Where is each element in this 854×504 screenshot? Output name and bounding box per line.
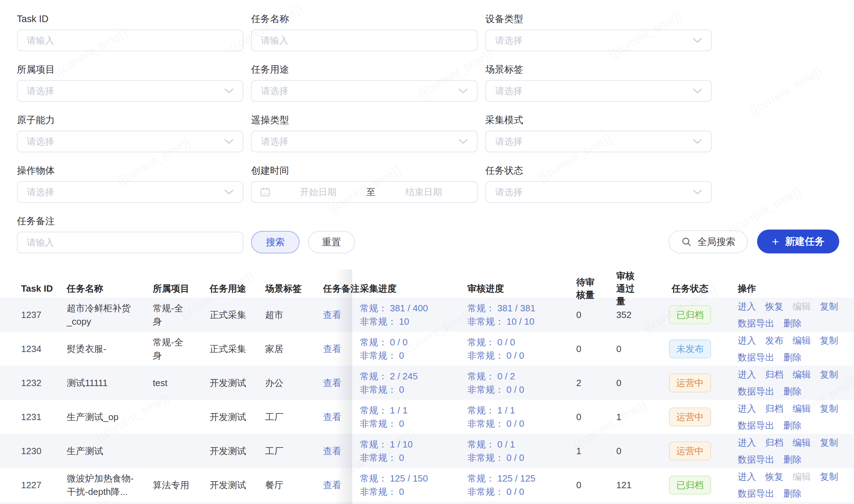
view-remark-link[interactable]: 查看 — [323, 412, 341, 422]
collect-mode-label: 采集模式 — [485, 114, 712, 126]
col-purpose: 任务用途 — [210, 282, 265, 295]
status-badge: 已归档 — [669, 305, 711, 324]
action-delete[interactable]: 删除 — [783, 487, 802, 500]
action-delete[interactable]: 删除 — [783, 351, 802, 364]
col-status: 任务状态 — [663, 282, 732, 295]
action-edit[interactable]: 编辑 — [793, 402, 811, 415]
chevron-down-icon — [459, 88, 468, 94]
view-remark-link[interactable]: 查看 — [323, 480, 341, 490]
chevron-down-icon — [693, 190, 702, 195]
action-edit[interactable]: 编辑 — [793, 334, 811, 347]
purpose-select[interactable]: 请选择 — [251, 80, 478, 102]
action-delete[interactable]: 删除 — [783, 317, 802, 330]
field-remark: 任务备注 — [17, 215, 243, 253]
action-enter[interactable]: 进入 — [738, 300, 756, 313]
collect-regular: 常规： 0 / 0 — [360, 336, 467, 349]
cell-approved-count: 0 — [612, 342, 663, 356]
atomic-ability-select[interactable]: 请选择 — [17, 131, 243, 152]
view-remark-link[interactable]: 查看 — [323, 378, 341, 388]
teleop-type-placeholder: 请选择 — [261, 135, 288, 148]
cell-task-name: 熨烫衣服- — [67, 342, 153, 356]
new-task-button[interactable]: + 新建任务 — [757, 230, 839, 253]
cell-task-id: 1227 — [21, 478, 67, 492]
col-actions: 操作 — [732, 282, 854, 295]
action-enter[interactable]: 进入 — [738, 436, 756, 449]
cell-actions: 进入 恢复 编辑 复制 数据导出 删除 — [732, 300, 848, 330]
view-remark-link[interactable]: 查看 — [323, 446, 341, 456]
cell-pending-count: 0 — [573, 342, 612, 356]
action-archive[interactable]: 归档 — [765, 368, 783, 381]
cell-pending-count: 0 — [573, 478, 612, 492]
cell-task-id: 1230 — [21, 444, 67, 458]
chevron-down-icon — [459, 139, 468, 144]
action-export[interactable]: 数据导出 — [738, 317, 774, 330]
action-export[interactable]: 数据导出 — [738, 453, 774, 466]
cell-collect-progress: 常规： 1 / 1 非常规： 0 — [360, 404, 467, 430]
reset-button[interactable]: 重置 — [308, 231, 355, 253]
view-remark-link[interactable]: 查看 — [323, 310, 341, 320]
device-type-select[interactable]: 请选择 — [485, 29, 712, 51]
cell-actions: 进入 归档 编辑 复制 数据导出 删除 — [732, 436, 848, 466]
global-search-button[interactable]: 全局搜索 — [669, 230, 748, 253]
start-date-placeholder[interactable]: 开始日期 — [273, 186, 364, 198]
task-id-input[interactable] — [17, 29, 243, 51]
chevron-down-icon — [693, 38, 702, 43]
review-irregular: 非常规： 0 / 0 — [467, 451, 573, 464]
collect-regular: 常规： 1 / 10 — [360, 438, 467, 451]
action-enter[interactable]: 进入 — [738, 334, 756, 347]
action-delete[interactable]: 删除 — [783, 419, 802, 432]
action-archive[interactable]: 归档 — [765, 402, 783, 415]
search-icon — [681, 237, 692, 247]
device-type-label: 设备类型 — [485, 13, 712, 25]
collect-mode-select[interactable]: 请选择 — [485, 131, 712, 152]
task-status-select[interactable]: 请选择 — [485, 181, 712, 203]
action-enter[interactable]: 进入 — [738, 402, 756, 415]
action-copy[interactable]: 复制 — [820, 402, 838, 415]
action-delete[interactable]: 删除 — [783, 385, 802, 398]
remark-input[interactable] — [17, 232, 243, 253]
action-export[interactable]: 数据导出 — [738, 487, 774, 500]
plus-icon: + — [772, 236, 779, 247]
action-copy[interactable]: 复制 — [820, 470, 838, 483]
action-copy[interactable]: 复制 — [820, 334, 838, 347]
action-copy[interactable]: 复制 — [820, 300, 838, 313]
action-copy[interactable]: 复制 — [820, 436, 838, 449]
field-project: 所属项目 请选择 — [17, 64, 243, 102]
cell-scene: 工厂 — [265, 410, 323, 424]
action-enter[interactable]: 进入 — [738, 368, 756, 381]
cell-task-name: 超市冷鲜柜补货_copy — [67, 301, 153, 328]
action-enter[interactable]: 进入 — [738, 470, 756, 483]
action-publish[interactable]: 发布 — [765, 334, 783, 347]
cell-task-name: 测试11111 — [67, 376, 153, 390]
teleop-type-select[interactable]: 请选择 — [251, 131, 478, 152]
cell-pending-count: 0 — [573, 308, 612, 321]
task-table: Task ID 任务名称 所属项目 任务用途 场景标签 任务备注 采集进度 审核… — [0, 270, 854, 502]
action-export[interactable]: 数据导出 — [738, 419, 774, 432]
cell-scene: 办公 — [265, 376, 323, 390]
view-remark-link[interactable]: 查看 — [323, 344, 341, 354]
action-delete[interactable]: 删除 — [783, 453, 802, 466]
create-time-range-picker[interactable]: 开始日期 至 结束日期 — [251, 181, 478, 203]
action-edit[interactable]: 编辑 — [793, 436, 811, 449]
end-date-placeholder[interactable]: 结束日期 — [379, 186, 469, 198]
cell-scene: 餐厅 — [265, 478, 323, 492]
collect-irregular: 非常规： 0 — [360, 417, 467, 430]
action-export[interactable]: 数据导出 — [738, 351, 774, 364]
search-button[interactable]: 搜索 — [251, 231, 300, 253]
action-restore[interactable]: 恢复 — [765, 300, 783, 313]
table-row: 1234 熨烫衣服- 常规-全身 正式采集 家居 查看 常规： 0 / 0 非常… — [0, 332, 854, 366]
action-restore[interactable]: 恢复 — [765, 470, 783, 483]
action-export[interactable]: 数据导出 — [738, 385, 774, 398]
action-edit[interactable]: 编辑 — [793, 368, 811, 381]
action-archive[interactable]: 归档 — [765, 436, 783, 449]
scene-tag-select[interactable]: 请选择 — [485, 80, 712, 102]
next-row-edge — [0, 502, 854, 504]
task-name-input[interactable] — [251, 29, 478, 51]
project-select[interactable]: 请选择 — [17, 80, 243, 102]
cell-approved-count: 1 — [612, 410, 663, 424]
action-copy[interactable]: 复制 — [820, 368, 838, 381]
object-select[interactable]: 请选择 — [17, 181, 243, 203]
collect-irregular: 非常规： 0 — [360, 451, 467, 464]
review-regular: 常规： 1 / 1 — [467, 404, 573, 417]
col-task-id: Task ID — [21, 282, 67, 295]
